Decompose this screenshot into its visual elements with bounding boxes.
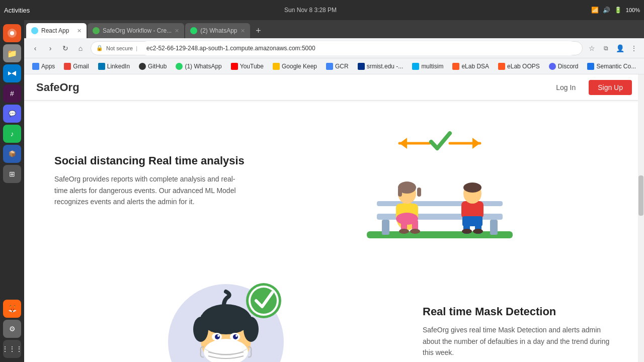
- battery-icon: 🔋: [614, 7, 622, 14]
- bookmark-gmail[interactable]: Gmail: [60, 61, 93, 71]
- scrollbar-thumb[interactable]: [638, 175, 643, 216]
- svg-marker-27: [399, 138, 407, 149]
- tab-close-whatsapp[interactable]: ✕: [240, 28, 245, 34]
- os-sidebar: 📁 # 💬 ♪ 📦 ⊞ 🦊 ⚙ ⋮⋮⋮: [0, 20, 24, 362]
- reload-button[interactable]: ↻: [58, 41, 72, 55]
- network-icon: 📶: [591, 7, 599, 14]
- slack-icon[interactable]: #: [3, 84, 21, 103]
- apps-launcher-icon[interactable]: ⋮⋮⋮: [3, 340, 21, 358]
- apps-grid-icon[interactable]: ⊞: [3, 165, 21, 183]
- home-button[interactable]: ⌂: [73, 41, 88, 55]
- bookmarks-bar: Apps Gmail LinkedIn GitHub (1) WhatsApp …: [24, 58, 644, 74]
- settings-icon[interactable]: ⚙: [3, 320, 21, 338]
- linkedin-bookmark-label: LinkedIn: [107, 63, 130, 70]
- mask-detection-image: [54, 266, 403, 362]
- bookmark-gcr[interactable]: GCR: [322, 61, 353, 71]
- firefox-icon[interactable]: 🦊: [3, 300, 21, 318]
- social-distancing-desc: SafeOrg provides reports with complete a…: [54, 173, 246, 207]
- profile-icon[interactable]: 👤: [614, 42, 626, 54]
- bookmark-github[interactable]: GitHub: [135, 61, 171, 71]
- srmist-bookmark-icon: [358, 63, 365, 70]
- svg-rect-4: [382, 220, 389, 235]
- bookmark-star-icon[interactable]: ☆: [586, 42, 598, 54]
- discord-bookmark-label: Discord: [558, 63, 579, 70]
- login-button[interactable]: Log In: [549, 80, 583, 95]
- multisim-bookmark-label: multisim: [421, 63, 443, 70]
- apps-bookmark-icon: [32, 63, 39, 70]
- bookmark-srmist[interactable]: srmist.edu -...: [354, 61, 408, 71]
- svg-point-16: [399, 229, 409, 234]
- extension-icon[interactable]: ⧉: [600, 42, 612, 54]
- new-tab-button[interactable]: +: [251, 23, 266, 38]
- bookmark-elab-oops[interactable]: eLab OOPS: [494, 61, 544, 71]
- social-distancing-title: Social distancing Real time analysis: [54, 154, 246, 167]
- address-input[interactable]: [140, 41, 577, 55]
- address-separator: |: [136, 45, 137, 51]
- activities-label[interactable]: Activities: [4, 7, 30, 14]
- social-distancing-text: Social distancing Real time analysis Saf…: [54, 154, 246, 207]
- svg-point-24: [462, 229, 472, 234]
- svg-rect-3: [377, 214, 503, 220]
- tab-react-app[interactable]: React App ✕: [26, 23, 87, 38]
- virtualbox-icon[interactable]: 📦: [3, 145, 21, 163]
- svg-rect-18: [461, 201, 484, 219]
- bookmark-keep[interactable]: Google Keep: [269, 61, 321, 71]
- bookmark-linkedin[interactable]: LinkedIn: [94, 61, 134, 71]
- files-icon[interactable]: 📁: [3, 44, 21, 62]
- svg-point-17: [410, 229, 420, 234]
- content-area: Social distancing Real time analysis Saf…: [24, 101, 644, 362]
- taskbar-left: Activities: [4, 7, 30, 14]
- keep-bookmark-label: Google Keep: [282, 63, 317, 70]
- tab-label-whatsapp: (2) WhatsApp: [200, 27, 237, 34]
- svg-rect-5: [490, 220, 498, 235]
- back-button[interactable]: ‹: [28, 41, 42, 55]
- mask-detection-text: Real time Mask Detection SafeOrg gives r…: [423, 305, 614, 358]
- elab-dsa-bookmark-icon: [452, 63, 459, 70]
- tab-favicon-whatsapp: [190, 27, 197, 34]
- bookmark-whatsapp[interactable]: (1) WhatsApp: [172, 61, 225, 71]
- bookmark-discord[interactable]: Discord: [545, 61, 583, 71]
- zoom-level: 100%: [626, 7, 640, 13]
- menu-icon[interactable]: ⋮: [628, 42, 640, 54]
- ubuntu-icon[interactable]: [3, 24, 21, 42]
- signup-button[interactable]: Sign Up: [589, 80, 632, 95]
- tab-close-react[interactable]: ✕: [77, 28, 82, 34]
- mask-detection-desc: SafeOrg gives real time Mask Detection a…: [423, 324, 614, 358]
- tab-whatsapp[interactable]: (2) WhatsApp ✕: [185, 23, 250, 38]
- github-bookmark-icon: [139, 63, 146, 70]
- datetime-display: Sun Nov 8 3:28 PM: [284, 7, 337, 14]
- social-distancing-image: [266, 116, 614, 246]
- browser-window: React App ✕ SafeOrg Workflow - Cre... ✕ …: [24, 20, 644, 362]
- nav-buttons: ‹ › ↻ ⌂: [28, 41, 88, 55]
- bookmark-semantic[interactable]: Semantic Co...: [583, 61, 640, 71]
- apps-bookmark-label: Apps: [41, 63, 55, 70]
- website-content: SafeOrg Log In Sign Up Social distancing…: [24, 74, 644, 362]
- sound-icon: 🔊: [603, 7, 610, 14]
- bookmark-multisim[interactable]: multisim: [408, 61, 447, 71]
- tab-safeorg[interactable]: SafeOrg Workflow - Cre... ✕: [88, 23, 184, 38]
- safeorg-logo: SafeOrg: [36, 81, 549, 94]
- semantic-bookmark-icon: [587, 63, 594, 70]
- safeorg-navbar: SafeOrg Log In Sign Up: [24, 74, 644, 101]
- bookmark-youtube[interactable]: YouTube: [227, 61, 268, 71]
- svg-rect-12: [417, 188, 421, 197]
- bookmark-octave[interactable]: Octave Guide: [641, 61, 644, 71]
- srmist-bookmark-label: srmist.edu -...: [367, 63, 404, 70]
- svg-point-25: [473, 229, 483, 234]
- youtube-bookmark-label: YouTube: [240, 63, 264, 70]
- gcr-bookmark-label: GCR: [335, 63, 349, 70]
- elab-oops-bookmark-icon: [498, 63, 505, 70]
- spotify-icon[interactable]: ♪: [3, 125, 21, 143]
- svg-point-1: [10, 31, 14, 35]
- svg-rect-6: [377, 201, 503, 206]
- discord-icon[interactable]: 💬: [3, 105, 21, 123]
- mask-detection-section: Real time Mask Detection SafeOrg gives r…: [54, 266, 614, 362]
- taskbar-center: Sun Nov 8 3:28 PM: [34, 7, 587, 14]
- social-distancing-section: Social distancing Real time analysis Saf…: [54, 116, 614, 246]
- forward-button[interactable]: ›: [43, 41, 57, 55]
- vscode-icon[interactable]: [3, 64, 21, 82]
- bookmark-apps[interactable]: Apps: [28, 61, 59, 71]
- bookmark-elab-dsa[interactable]: eLab DSA: [448, 61, 493, 71]
- tab-close-safeorg[interactable]: ✕: [175, 28, 179, 34]
- tab-favicon-react: [31, 27, 38, 34]
